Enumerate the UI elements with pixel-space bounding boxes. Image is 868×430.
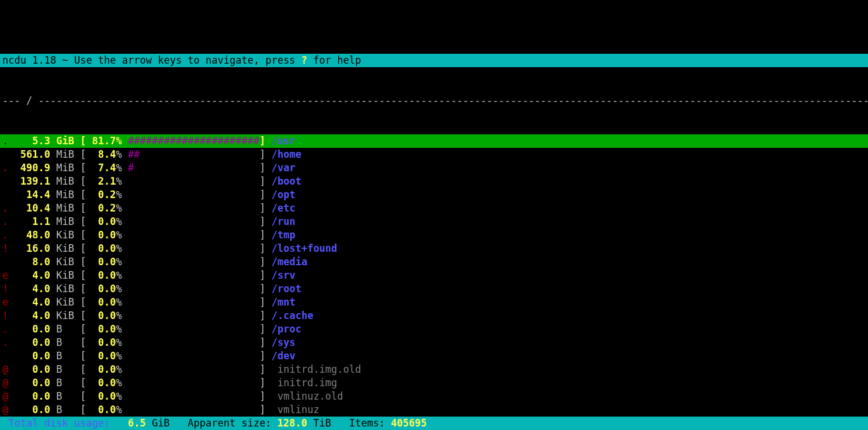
row-name: vmlinuz xyxy=(272,404,320,415)
total-disk-value: 6.5 xyxy=(128,417,146,429)
list-item[interactable]: ! 4.0 KiB [ 0.0% ] /root xyxy=(0,282,868,296)
row-percent: 8.4 xyxy=(86,148,116,160)
row-name: /var xyxy=(272,162,296,174)
row-size-unit: KiB xyxy=(56,296,74,308)
apparent-size-label: Apparent size: xyxy=(170,417,277,429)
list-item[interactable]: @ 0.0 B [ 0.0% ] initrd.img.old xyxy=(0,363,868,376)
row-flag xyxy=(2,188,8,202)
row-name: initrd.img.old xyxy=(272,363,362,375)
row-percent: 0.0 xyxy=(86,296,116,308)
list-item[interactable]: . 0.0 B [ 0.0% ] /proc xyxy=(0,322,868,336)
row-size: 0.0 xyxy=(14,323,50,335)
row-flag: e xyxy=(2,296,8,309)
list-item[interactable]: 0.0 B [ 0.0% ] /dev xyxy=(0,349,868,363)
row-size: 5.3 xyxy=(14,135,50,147)
row-size-unit: B xyxy=(56,337,74,348)
list-item[interactable]: @ 0.0 B [ 0.0% ] initrd.img xyxy=(0,376,868,390)
row-name: /mnt xyxy=(272,296,296,308)
row-bar-fill: # xyxy=(128,162,134,174)
list-item[interactable]: . 5.3 GiB [ 81.7% ######################… xyxy=(0,134,868,148)
row-percent: 0.0 xyxy=(86,363,116,375)
row-percent: 7.4 xyxy=(86,162,116,174)
row-name: /boot xyxy=(272,175,301,187)
list-item[interactable]: 14.4 MiB [ 0.2% ] /opt xyxy=(0,188,868,202)
row-percent: 0.0 xyxy=(86,310,116,321)
row-bar-fill: ###################### xyxy=(128,135,259,147)
row-percent: 0.0 xyxy=(86,404,116,415)
list-item[interactable]: e 4.0 KiB [ 0.0% ] /srv xyxy=(0,269,868,282)
row-size-unit: MiB xyxy=(56,175,74,187)
row-flag: @ xyxy=(2,403,8,417)
row-percent: 0.0 xyxy=(86,283,116,294)
row-size: 1.1 xyxy=(14,216,50,227)
row-size-unit: KiB xyxy=(56,283,74,294)
file-list[interactable]: . 5.3 GiB [ 81.7% ######################… xyxy=(0,134,868,430)
row-size: 4.0 xyxy=(14,296,50,308)
row-percent: 0.0 xyxy=(86,229,116,241)
row-percent: 0.0 xyxy=(86,323,116,335)
list-item[interactable]: . 1.1 MiB [ 0.0% ] /run xyxy=(0,215,868,228)
apparent-size-value: 128.0 xyxy=(277,417,307,429)
row-flag: @ xyxy=(2,376,8,390)
list-item[interactable]: . 48.0 KiB [ 0.0% ] /tmp xyxy=(0,228,868,242)
row-size: 139.1 xyxy=(14,175,50,187)
row-size: 4.0 xyxy=(14,269,50,281)
row-name: /home xyxy=(272,148,301,160)
row-size-unit: B xyxy=(56,404,74,415)
row-percent: 0.0 xyxy=(86,377,116,389)
row-flag: . xyxy=(2,134,8,148)
row-name: /etc xyxy=(272,202,296,214)
row-flag xyxy=(2,148,8,161)
list-item[interactable]: 8.0 KiB [ 0.0% ] /media xyxy=(0,255,868,269)
list-item[interactable]: . 10.4 MiB [ 0.2% ] /etc xyxy=(0,202,868,215)
list-item[interactable]: . 0.0 B [ 0.0% ] /sys xyxy=(0,336,868,349)
row-size-unit: MiB xyxy=(56,216,74,227)
row-name: /srv xyxy=(272,269,296,281)
row-size-unit: KiB xyxy=(56,229,74,241)
row-size: 490.9 xyxy=(14,162,50,174)
row-size: 4.0 xyxy=(14,283,50,294)
help-key[interactable]: ? xyxy=(301,54,307,66)
row-size: 0.0 xyxy=(14,337,50,348)
row-size: 0.0 xyxy=(14,377,50,389)
row-flag xyxy=(2,175,8,188)
row-size: 48.0 xyxy=(14,229,50,241)
app-name: ncdu xyxy=(2,54,26,66)
row-size: 0.0 xyxy=(14,363,50,375)
row-size-unit: KiB xyxy=(56,256,74,268)
row-size-unit: B xyxy=(56,363,74,375)
row-size-unit: B xyxy=(56,390,74,402)
row-size: 0.0 xyxy=(14,390,50,402)
row-percent: 0.0 xyxy=(86,269,116,281)
items-value: 405695 xyxy=(391,417,426,429)
row-flag: @ xyxy=(2,390,8,403)
app-version: 1.18 xyxy=(32,54,56,66)
list-item[interactable]: ! 4.0 KiB [ 0.0% ] /.cache xyxy=(0,309,868,322)
footer-bar: Total disk usage: 6.5 GiB Apparent size:… xyxy=(0,417,868,430)
row-flag: @ xyxy=(2,363,8,376)
row-flag: ! xyxy=(2,282,8,296)
header-bar: ncdu 1.18 ~ Use the arrow keys to naviga… xyxy=(0,54,868,67)
row-name: /tmp xyxy=(272,229,296,241)
row-flag: . xyxy=(2,161,8,175)
row-flag: . xyxy=(2,202,8,215)
row-size-unit: KiB xyxy=(56,310,74,321)
list-item[interactable]: @ 0.0 B [ 0.0% ] vmlinuz xyxy=(0,403,868,417)
row-size: 4.0 xyxy=(14,310,50,321)
list-item[interactable]: @ 0.0 B [ 0.0% ] vmlinuz.old xyxy=(0,390,868,403)
row-percent: 2.1 xyxy=(86,175,116,187)
row-size-unit: B xyxy=(56,350,74,362)
list-item[interactable]: ! 16.0 KiB [ 0.0% ] /lost+found xyxy=(0,242,868,255)
row-size: 8.0 xyxy=(14,256,50,268)
row-name: vmlinuz.old xyxy=(272,390,343,402)
row-percent: 0.0 xyxy=(86,216,116,227)
row-name: /root xyxy=(272,283,301,294)
list-item[interactable]: e 4.0 KiB [ 0.0% ] /mnt xyxy=(0,296,868,309)
list-item[interactable]: . 490.9 MiB [ 7.4% # ] /var xyxy=(0,161,868,175)
list-item[interactable]: 561.0 MiB [ 8.4% ## ] /home xyxy=(0,148,868,161)
row-bar-fill: ## xyxy=(128,148,140,160)
list-item[interactable]: 139.1 MiB [ 2.1% ] /boot xyxy=(0,175,868,188)
nav-hint-pre: Use the arrow keys to navigate, press xyxy=(74,54,301,66)
row-flag: ! xyxy=(2,309,8,322)
row-percent: 0.0 xyxy=(86,337,116,348)
